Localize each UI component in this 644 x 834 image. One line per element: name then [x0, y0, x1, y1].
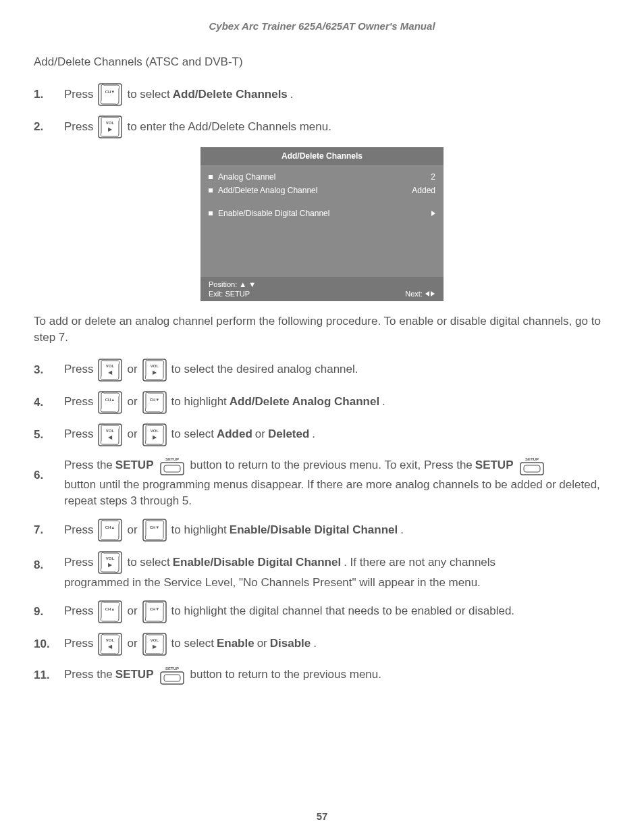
step-9: 9. Press CH▲ or CH▼ to highlight the dig…	[64, 600, 610, 624]
step-num: 6.	[34, 467, 43, 484]
ch-down-icon: CH▼	[142, 518, 167, 542]
text: to highlight the digital channel that ne…	[171, 603, 515, 620]
text: button until the programming menus disap…	[64, 478, 600, 508]
vol-left-icon: VOL◀	[97, 358, 123, 382]
step-4: 4. Press CH▲ or CH▼ to highlight Add/Del…	[64, 390, 610, 415]
step-num: 4.	[34, 394, 43, 411]
osd-label: Enable/Disable Digital Channel	[218, 209, 431, 218]
text: to enter the Add/Delete Channels menu.	[127, 119, 331, 136]
svg-text:VOL: VOL	[106, 556, 115, 561]
text: or	[127, 522, 137, 539]
svg-rect-46	[164, 675, 180, 681]
svg-text:VOL: VOL	[106, 121, 115, 125]
text: Press	[64, 522, 93, 539]
svg-text:◀: ◀	[108, 644, 113, 650]
text: or	[127, 603, 137, 620]
osd-title: Add/Delete Channels	[200, 147, 444, 165]
text-bold: Deleted	[268, 426, 309, 443]
svg-text:SETUP: SETUP	[165, 457, 178, 461]
step-num: 3.	[34, 361, 43, 378]
svg-rect-23	[164, 465, 180, 472]
page-number: 57	[0, 810, 644, 822]
text: or	[257, 635, 267, 652]
svg-text:▶: ▶	[153, 644, 157, 650]
svg-text:SETUP: SETUP	[525, 457, 538, 461]
osd-body: Analog Channel 2 Add/Delete Analog Chann…	[200, 165, 444, 277]
step-3: 3. Press VOL◀ or VOL▶ to select the desi…	[64, 358, 610, 382]
text-bold: Added	[217, 426, 252, 443]
text: or	[255, 426, 265, 443]
step-num: 7.	[34, 522, 43, 539]
svg-text:▶: ▶	[108, 562, 113, 568]
arrow-icon	[431, 209, 435, 218]
step-6: 6. Press the SETUP SETUP button to retur…	[64, 455, 610, 510]
text-bold: Enable/Disable Digital Channel	[230, 522, 398, 539]
text: or	[127, 635, 137, 652]
osd-label: Analog Channel	[218, 172, 431, 182]
bullet-icon	[209, 188, 213, 192]
osd-position: Position: ▲ ▼	[209, 280, 256, 288]
svg-text:▶: ▶	[153, 434, 157, 440]
text: programmed in the Service Level, "No Cha…	[64, 576, 481, 589]
svg-rect-11	[99, 392, 122, 413]
svg-rect-0	[99, 84, 122, 105]
ch-up-icon: CH▲	[97, 390, 123, 415]
osd-value: 2	[431, 172, 435, 182]
ch-down-icon: CH▼	[142, 390, 167, 415]
text: Press	[64, 394, 93, 411]
step-num: 8.	[34, 557, 43, 574]
text: .	[382, 394, 385, 411]
step-num: 1.	[34, 86, 43, 103]
svg-text:VOL: VOL	[106, 638, 115, 642]
text: .	[312, 426, 315, 443]
text: Press	[64, 86, 93, 103]
step-num: 2.	[34, 119, 43, 136]
vol-left-icon: VOL◀	[97, 423, 123, 447]
ch-up-icon: CH▲	[97, 518, 123, 542]
svg-text:VOL: VOL	[150, 364, 159, 368]
svg-text:◀: ◀	[108, 369, 113, 375]
vol-left-icon: VOL◀	[97, 632, 123, 656]
ch-up-icon: CH▲	[97, 600, 123, 624]
ch-down-icon: CH▼	[97, 82, 123, 107]
svg-text:CH▼: CH▼	[149, 525, 159, 529]
step-8: 8. Press VOL▶ to select Enable/Disable D…	[64, 550, 610, 592]
setup-icon: SETUP	[158, 664, 186, 686]
svg-rect-13	[143, 392, 166, 413]
svg-text:CH▲: CH▲	[105, 607, 115, 611]
vol-right-icon: VOL▶	[97, 550, 123, 575]
step-2: 2. Press VOL▶ to enter the Add/Delete Ch…	[64, 115, 610, 139]
ch-down-icon: CH▼	[142, 600, 167, 624]
step-10: 10. Press VOL◀ or VOL▶ to select Enable …	[64, 632, 610, 656]
text-bold: Add/Delete Channels	[173, 86, 288, 103]
text-bold: SETUP	[115, 667, 154, 683]
step-num: 5.	[34, 426, 43, 443]
text: to select	[171, 635, 214, 652]
svg-rect-27	[99, 519, 122, 541]
text-bold: SETUP	[115, 457, 154, 474]
text: Press	[64, 119, 93, 136]
step-num: 10.	[34, 635, 50, 652]
osd-row: Add/Delete Analog Channel Added	[209, 184, 435, 197]
osd-next: Next:	[405, 290, 435, 298]
text: Press	[64, 635, 93, 652]
text: or	[127, 361, 137, 378]
svg-text:▶: ▶	[153, 369, 157, 375]
step-11: 11. Press the SETUP SETUP button to retu…	[64, 664, 610, 686]
svg-text:CH▼: CH▼	[149, 398, 159, 402]
step-7: 7. Press CH▲ or CH▼ to highlight Enable/…	[64, 518, 610, 542]
osd-footer: Position: ▲ ▼ Exit: SETUP Next:	[200, 277, 444, 301]
text: . If there are not any channels	[344, 554, 495, 571]
page-header: Cybex Arc Trainer 625A/625AT Owner's Man…	[34, 20, 610, 32]
text: Press the	[64, 457, 113, 474]
text-bold: Enable/Disable Digital Channel	[173, 554, 341, 571]
paragraph: To add or delete an analog channel perfo…	[34, 313, 610, 346]
vol-right-icon: VOL▶	[142, 632, 167, 656]
osd-row: Analog Channel 2	[209, 170, 435, 184]
text: .	[313, 635, 317, 652]
step-5: 5. Press VOL◀ or VOL▶ to select Added or…	[64, 423, 610, 447]
section-title: Add/Delete Channels (ATSC and DVB-T)	[34, 55, 610, 69]
svg-text:CH▲: CH▲	[105, 398, 115, 402]
text-bold: Enable	[217, 635, 254, 652]
svg-text:VOL: VOL	[150, 638, 159, 642]
